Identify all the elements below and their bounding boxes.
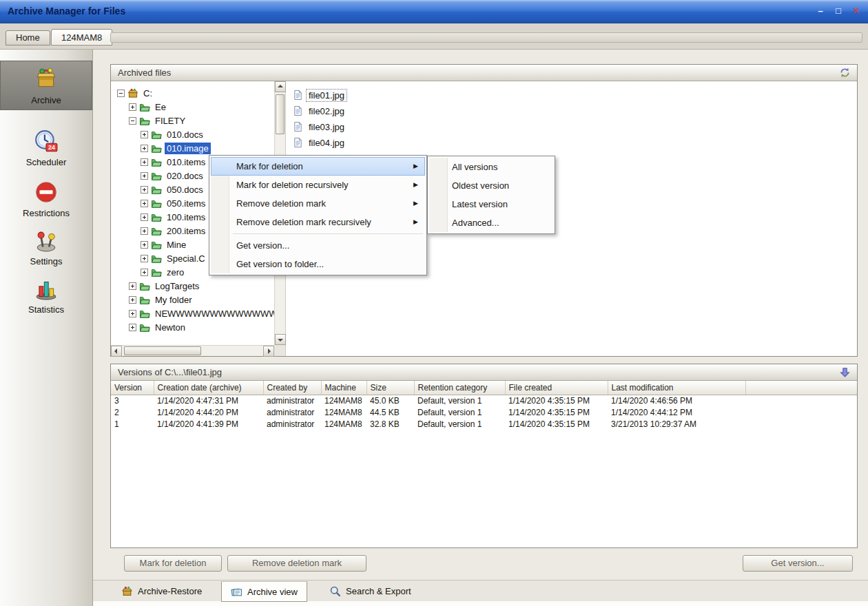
expand-icon[interactable] bbox=[141, 213, 148, 221]
column-header-file-created[interactable]: File created bbox=[505, 381, 608, 395]
panel-title: Versions of C:\...\file01.jpg bbox=[118, 367, 222, 377]
mark-for-deletion-button[interactable]: Mark for deletion bbox=[124, 555, 222, 572]
cell-version: 3 bbox=[111, 395, 154, 406]
minimize-button[interactable]: – bbox=[816, 5, 825, 17]
menu-item-remove-deletion-mark-recursively[interactable]: Remove deletion mark recursively ▶ bbox=[211, 213, 425, 231]
tab-search-export[interactable]: Search & Export bbox=[320, 582, 420, 600]
scroll-left-button[interactable] bbox=[111, 346, 122, 357]
expand-icon[interactable] bbox=[129, 103, 136, 111]
no-entry-icon bbox=[34, 180, 59, 205]
sidebar-item-scheduler[interactable]: Scheduler bbox=[0, 123, 92, 172]
cell-machine: 124MAM8 bbox=[321, 395, 366, 406]
sidebar-item-label: Statistics bbox=[28, 304, 64, 315]
expand-icon[interactable] bbox=[141, 269, 148, 276]
version-row-3[interactable]: 3 1/14/2020 4:47:31 PM administrator 124… bbox=[111, 395, 857, 406]
cell-last-modification: 3/21/2013 10:29:37 AM bbox=[608, 418, 745, 430]
tab-archive-view[interactable]: Archive view bbox=[221, 581, 307, 602]
expand-icon[interactable] bbox=[141, 172, 148, 180]
scroll-up-button[interactable] bbox=[275, 81, 286, 92]
scrollbar-thumb[interactable] bbox=[276, 94, 285, 134]
cell-created-by: administrator bbox=[263, 418, 321, 430]
sidebar-item-settings[interactable]: Settings bbox=[0, 222, 92, 271]
tree-item[interactable]: 010.docs bbox=[114, 127, 274, 141]
get-version-button[interactable]: Get version... bbox=[743, 555, 853, 572]
bottom-strip bbox=[93, 601, 868, 606]
refresh-icon[interactable] bbox=[839, 67, 851, 79]
tab-home[interactable]: Home bbox=[6, 30, 50, 45]
file-item-file04[interactable]: file04.jpg bbox=[293, 136, 349, 149]
tab-124mam8[interactable]: 124MAM8 bbox=[51, 29, 112, 45]
scroll-right-button[interactable] bbox=[263, 346, 274, 357]
archived-files-header: Archived files bbox=[111, 65, 857, 81]
expand-icon[interactable] bbox=[141, 255, 148, 262]
column-header-created-by[interactable]: Created by bbox=[263, 381, 321, 395]
close-button[interactable]: ✕ bbox=[851, 5, 861, 17]
file-item-file02[interactable]: file02.jpg bbox=[293, 105, 349, 117]
tab-label: Search & Export bbox=[346, 586, 411, 596]
expand-icon[interactable] bbox=[129, 310, 136, 317]
cell-retention: Default, version 1 bbox=[414, 406, 505, 418]
tree-item[interactable]: My folder bbox=[114, 293, 274, 306]
menu-item-mark-for-deletion-recursively[interactable]: Mark for deletion recursively ▶ bbox=[211, 176, 425, 194]
expand-icon[interactable] bbox=[129, 296, 136, 304]
version-row-2[interactable]: 2 1/14/2020 4:44:20 PM administrator 124… bbox=[111, 406, 857, 418]
scrollbar-thumb[interactable] bbox=[124, 346, 201, 355]
menu-item-get-version[interactable]: Get version... bbox=[211, 236, 425, 255]
collapse-icon[interactable] bbox=[129, 117, 136, 125]
expand-icon[interactable] bbox=[129, 324, 136, 331]
tree-item-selected[interactable]: 010.image bbox=[114, 141, 274, 155]
submenu-item-oldest-version[interactable]: Oldest version bbox=[429, 176, 553, 195]
cell-creation-date: 1/14/2020 4:41:39 PM bbox=[154, 418, 263, 430]
down-arrow-icon[interactable] bbox=[839, 366, 851, 378]
expand-icon[interactable] bbox=[141, 145, 148, 152]
document-icon bbox=[293, 121, 303, 132]
tree-item[interactable]: NEWWWWWWWWWWWWWW bbox=[114, 306, 274, 320]
versions-table: Version Creation date (archive) Created … bbox=[111, 381, 857, 430]
file-item-file01[interactable]: file01.jpg bbox=[293, 89, 349, 101]
sidebar-item-restrictions[interactable]: Restrictions bbox=[0, 174, 92, 223]
tree-item[interactable]: FILETY bbox=[114, 114, 274, 127]
tree-horizontal-scrollbar[interactable] bbox=[111, 345, 274, 356]
column-header-creation-date[interactable]: Creation date (archive) bbox=[154, 381, 263, 395]
submenu-item-advanced[interactable]: Advanced... bbox=[429, 213, 553, 232]
expand-icon[interactable] bbox=[141, 241, 148, 249]
tree-item[interactable]: Ee bbox=[114, 100, 274, 114]
tree-item[interactable]: LogTargets bbox=[114, 279, 274, 293]
folder-icon bbox=[151, 198, 162, 209]
menu-item-remove-deletion-mark[interactable]: Remove deletion mark ▶ bbox=[211, 194, 425, 213]
expand-icon[interactable] bbox=[129, 282, 136, 290]
submenu-arrow-icon: ▶ bbox=[413, 158, 418, 175]
collapse-icon[interactable] bbox=[117, 90, 125, 97]
scroll-down-button[interactable] bbox=[275, 334, 286, 345]
column-header-machine[interactable]: Machine bbox=[321, 381, 366, 395]
version-row-1[interactable]: 1 1/14/2020 4:41:39 PM administrator 124… bbox=[111, 418, 857, 430]
submenu-item-latest-version[interactable]: Latest version bbox=[429, 195, 553, 213]
menu-separator bbox=[233, 233, 423, 234]
column-header-last-modification[interactable]: Last modification bbox=[608, 381, 745, 395]
maximize-button[interactable]: □ bbox=[834, 5, 843, 17]
submenu-item-all-versions[interactable]: All versions bbox=[429, 158, 553, 176]
expand-icon[interactable] bbox=[141, 186, 148, 194]
context-menu: Mark for deletion ▶ Mark for deletion re… bbox=[209, 155, 427, 275]
remove-deletion-mark-button[interactable]: Remove deletion mark bbox=[227, 555, 366, 572]
tree-item-c-drive[interactable]: C: bbox=[114, 86, 274, 100]
cell-retention: Default, version 1 bbox=[414, 395, 505, 406]
expand-icon[interactable] bbox=[141, 131, 148, 138]
tab-archive-restore[interactable]: Archive-Restore bbox=[112, 582, 211, 600]
menu-item-mark-for-deletion[interactable]: Mark for deletion ▶ bbox=[211, 157, 425, 176]
sidebar-item-archive[interactable]: Archive bbox=[0, 61, 92, 110]
sidebar-item-statistics[interactable]: Statistics bbox=[0, 270, 92, 320]
expand-icon[interactable] bbox=[141, 158, 148, 166]
sidebar-item-label: Archive bbox=[31, 95, 61, 105]
menu-item-get-version-to-folder[interactable]: Get version to folder... bbox=[211, 255, 425, 273]
folder-icon bbox=[139, 322, 150, 333]
expand-icon[interactable] bbox=[141, 200, 148, 207]
column-header-size[interactable]: Size bbox=[366, 381, 414, 395]
cell-created-by: administrator bbox=[263, 395, 321, 406]
file-item-file03[interactable]: file03.jpg bbox=[293, 121, 349, 133]
column-header-retention[interactable]: Retention category bbox=[414, 381, 505, 395]
expand-icon[interactable] bbox=[141, 227, 148, 235]
column-header-version[interactable]: Version bbox=[111, 381, 154, 395]
folder-icon bbox=[151, 226, 162, 236]
tree-item[interactable]: Newton bbox=[114, 320, 274, 334]
